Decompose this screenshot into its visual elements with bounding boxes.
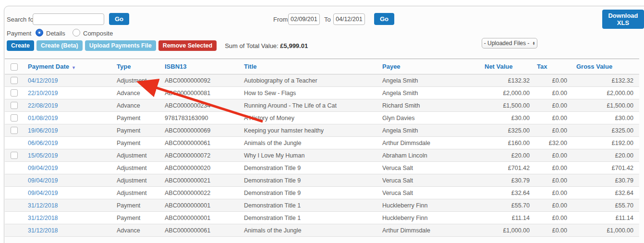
isbn13-cell: 9781783163090 [159, 112, 238, 124]
payment-date-cell: 04/12/2019 [22, 74, 111, 87]
payment-date-link[interactable]: 09/04/2019 [28, 165, 58, 171]
payment-date-cell: 15/05/2019 [22, 149, 111, 162]
row-checkbox-cell [5, 149, 22, 162]
payment-date-cell: 31/12/2018 [22, 224, 111, 237]
payment-date-link[interactable]: 31/12/2018 [28, 215, 58, 221]
isbn13-cell: ABC0000000081 [159, 87, 238, 99]
net-value-cell: £132.32 [479, 74, 533, 87]
tax-cell: £0.00 [533, 87, 571, 99]
details-radio[interactable] [36, 29, 43, 36]
composite-radio-label[interactable]: Composite [83, 30, 113, 37]
row-checkbox-cell [5, 74, 22, 87]
net-value-cell: £2,000.00 [479, 87, 533, 99]
payee-cell: Angela Smith [377, 87, 479, 99]
header-gross-value[interactable]: Gross Value [571, 59, 639, 74]
header-title[interactable]: Title [238, 59, 377, 74]
gross-value-cell: £132.32 [571, 74, 639, 87]
row-checkbox-cell [5, 174, 22, 187]
gross-value-cell: £701.42 [571, 162, 639, 174]
payment-date-cell: 09/04/2019 [22, 174, 111, 187]
payment-date-link[interactable]: 31/12/2018 [28, 227, 58, 234]
sum-of-total-value: Sum of Total Value: £5,999.01 [225, 42, 308, 49]
create-beta-button[interactable]: Create (Beta) [36, 40, 83, 51]
net-value-cell: £1,000.00 [479, 224, 533, 237]
title-cell: Keeping your hamster healthy [238, 124, 377, 137]
from-label: From [273, 16, 288, 23]
title-cell: Demonstration Title 9 [238, 162, 377, 174]
header-tax[interactable]: Tax [533, 59, 571, 74]
row-checkbox-cell [5, 137, 22, 149]
net-value-cell: £1,500.00 [479, 99, 533, 112]
payment-date-link[interactable]: 22/10/2019 [28, 90, 58, 97]
table-row: 31/12/2018PaymentABC0000000001Demonstrat… [5, 199, 639, 212]
header-type[interactable]: Type [111, 59, 159, 74]
header-payment-date[interactable]: Payment Date▼ [22, 59, 111, 74]
search-input[interactable] [33, 13, 104, 25]
type-cell: Payment [111, 137, 159, 149]
row-checkbox[interactable] [11, 89, 18, 97]
uploaded-files-select[interactable]: - Uploaded Files - ▲▼ [482, 38, 537, 49]
dropdown-stepper-icon: ▲▼ [532, 41, 535, 45]
row-checkbox[interactable] [11, 77, 18, 84]
payment-date-cell: 01/08/2019 [22, 112, 111, 124]
row-checkbox-cell [5, 187, 22, 199]
isbn13-cell: ABC0000000020 [159, 162, 238, 174]
payment-date-link[interactable]: 22/08/2019 [28, 102, 58, 109]
payment-date-link[interactable]: 01/08/2019 [28, 115, 58, 122]
header-isbn13[interactable]: ISBN13 [159, 59, 238, 74]
tax-cell: £0.00 [533, 162, 571, 174]
row-checkbox[interactable] [11, 114, 18, 122]
net-value-cell: £701.42 [479, 162, 533, 174]
net-value-cell: £30.79 [479, 174, 533, 187]
header-payee[interactable]: Payee [377, 59, 479, 74]
net-value-cell: £55.70 [479, 199, 533, 212]
to-date-input[interactable] [333, 13, 365, 25]
title-cell: Running Around - The Life of a Cat [238, 99, 377, 112]
payment-date-link[interactable]: 09/04/2019 [28, 190, 58, 196]
row-checkbox[interactable] [11, 152, 18, 159]
table-row: 09/04/2019AdjustmentABC0000000021Demonst… [5, 174, 639, 187]
from-date-input[interactable] [288, 13, 320, 25]
upload-payments-file-button[interactable]: Upload Payments File [85, 40, 156, 51]
title-cell: Why I Love My Human [238, 149, 377, 162]
type-cell: Advance [111, 87, 159, 99]
payment-date-link[interactable]: 04/12/2019 [28, 77, 58, 84]
create-button[interactable]: Create [7, 40, 34, 51]
payment-date-link[interactable]: 15/05/2019 [28, 152, 58, 159]
header-net-value[interactable]: Net Value [479, 59, 533, 74]
payment-date-link[interactable]: 31/12/2018 [28, 202, 58, 209]
payment-date-link[interactable]: 19/06/2019 [28, 127, 58, 134]
search-label: Search for [7, 16, 36, 23]
uploaded-files-selected-value: - Uploaded Files - [484, 40, 530, 47]
payee-cell: Angela Smith [377, 74, 479, 87]
gross-value-cell: £30.00 [571, 112, 639, 124]
search-go-button[interactable]: Go [109, 13, 129, 25]
details-radio-label[interactable]: Details [46, 30, 65, 37]
isbn13-cell: ABC0000000061 [159, 137, 238, 149]
date-go-button[interactable]: Go [374, 13, 394, 25]
tax-cell: £0.00 [533, 199, 571, 212]
title-cell: Demonstration Title 9 [238, 174, 377, 187]
row-checkbox-cell [5, 162, 22, 174]
remove-selected-button[interactable]: Remove Selected [158, 40, 217, 51]
type-cell: Adjustment [111, 174, 159, 187]
tax-cell: £0.00 [533, 224, 571, 237]
payee-cell: Arthur Dimmsdale [377, 137, 479, 149]
type-cell: Adjustment [111, 74, 159, 87]
action-button-row: Create Create (Beta) Upload Payments Fil… [7, 40, 308, 51]
type-cell: Payment [111, 124, 159, 137]
gross-value-cell: £55.70 [571, 199, 639, 212]
composite-radio[interactable] [73, 29, 80, 36]
select-all-checkbox[interactable] [11, 63, 18, 71]
payment-date-link[interactable]: 09/04/2019 [28, 177, 58, 184]
table-header-row: Payment Date▼ Type ISBN13 Title Payee Ne… [5, 59, 639, 74]
gross-value-cell: £2,000.00 [571, 87, 639, 99]
title-cell: Demonstration Title 1 [238, 199, 377, 212]
isbn13-cell: ABC0000000022 [159, 187, 238, 199]
download-xls-button[interactable]: Download XLS [602, 10, 644, 29]
type-cell: Payment [111, 199, 159, 212]
row-checkbox[interactable] [11, 102, 18, 109]
type-cell: Adjustment [111, 162, 159, 174]
payment-date-link[interactable]: 06/06/2019 [28, 140, 58, 146]
row-checkbox[interactable] [11, 127, 18, 134]
